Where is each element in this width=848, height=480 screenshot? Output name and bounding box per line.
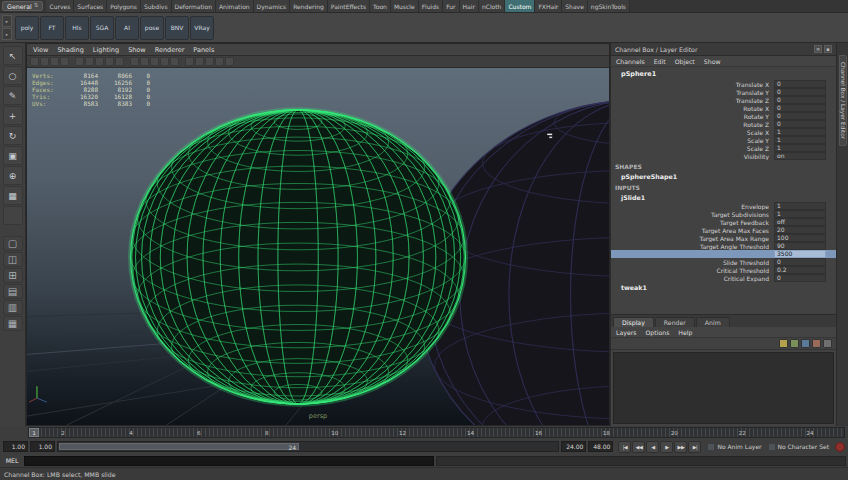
channel-label[interactable]: Rotate Y: [611, 113, 774, 120]
shelf-tab-curves[interactable]: Curves: [46, 0, 74, 12]
menu-set-selector[interactable]: General ⇅: [2, 1, 43, 11]
channel-value-field[interactable]: 0: [774, 104, 826, 112]
viewport-toolbar-icon[interactable]: [115, 57, 124, 66]
channel-label[interactable]: Scale X: [611, 129, 774, 136]
layer-editor-icon[interactable]: [823, 339, 832, 348]
edit-menu[interactable]: Edit: [654, 58, 666, 65]
anim-layer-selector[interactable]: No Anim Layer: [707, 443, 761, 451]
viewport-toolbar-icon[interactable]: [130, 57, 139, 66]
shelf-item-ft[interactable]: FT: [40, 16, 64, 40]
channel-label[interactable]: Rotate Z: [611, 121, 774, 128]
layer-editor-icon[interactable]: [801, 339, 810, 348]
viewport-toolbar-icon[interactable]: [95, 57, 104, 66]
channel-row[interactable]: Target Area Max Range100: [611, 234, 836, 242]
step-forward-button[interactable]: ▶▶: [674, 441, 687, 453]
object-menu[interactable]: Object: [675, 58, 695, 65]
channel-value-field[interactable]: 0: [774, 96, 826, 104]
viewport-toolbar-icon[interactable]: [85, 57, 94, 66]
last-tool-icon[interactable]: [3, 206, 23, 225]
shelf-tab-polygons[interactable]: Polygons: [107, 0, 141, 12]
channel-row[interactable]: Translate Y0: [611, 88, 836, 96]
channel-value-field[interactable]: 0: [774, 88, 826, 96]
channel-label[interactable]: Translate Y: [611, 89, 774, 96]
viewport-toolbar-icon[interactable]: [140, 57, 149, 66]
playback-start-field[interactable]: 1.00: [30, 441, 55, 452]
channel-row[interactable]: Visibilityon: [611, 152, 836, 160]
channel-label[interactable]: Target Subdivisions: [611, 211, 774, 218]
shelf-tab-animation[interactable]: Animation: [216, 0, 254, 12]
viewport-canvas[interactable]: Verts:816480660 Edges:16448162560 Faces:…: [27, 68, 609, 425]
tab-anim[interactable]: Anim: [696, 317, 730, 327]
tab-display[interactable]: Display: [613, 317, 654, 327]
viewport-menu-show[interactable]: Show: [128, 46, 146, 54]
channel-value-field[interactable]: 0: [774, 120, 826, 128]
channel-row[interactable]: Rotate X0: [611, 104, 836, 112]
input-node-name[interactable]: jSlide1: [611, 192, 836, 202]
object-name[interactable]: pSphere1: [611, 69, 836, 80]
channel-value-field[interactable]: 100: [774, 234, 826, 242]
shelf-item-bnv[interactable]: BNV: [165, 16, 189, 40]
shelf-tab-fxhair[interactable]: FXHair: [535, 0, 562, 12]
channel-value-field[interactable]: 90: [774, 242, 826, 250]
channel-label[interactable]: Visibility: [611, 153, 774, 160]
layer-list[interactable]: [613, 352, 834, 424]
channel-label[interactable]: Rotate X: [611, 105, 774, 112]
scale-tool-icon[interactable]: ▣: [3, 146, 23, 165]
go-to-start-button[interactable]: |◀: [618, 441, 631, 453]
channel-value-field[interactable]: 1: [774, 210, 826, 218]
shelf-tab-shave[interactable]: Shave: [562, 0, 588, 12]
viewport-menu-shading[interactable]: Shading: [57, 46, 83, 54]
character-set-selector[interactable]: No Character Set: [768, 443, 829, 451]
channel-label[interactable]: Scale Z: [611, 145, 774, 152]
layer-editor-icon[interactable]: [812, 339, 821, 348]
channel-value-field[interactable]: 1: [774, 144, 826, 152]
viewport-menu-renderer[interactable]: Renderer: [155, 46, 185, 54]
shelf-tab-subdivs[interactable]: Subdivs: [141, 0, 172, 12]
shelf-item-vray[interactable]: VRay: [190, 16, 214, 40]
viewport-toolbar-icon[interactable]: [215, 57, 224, 66]
shelf-menu-icon[interactable]: ▸: [2, 15, 12, 27]
channel-value-field[interactable]: 0: [774, 274, 826, 282]
shelf-item-poly[interactable]: poly: [15, 16, 39, 40]
animation-end-field[interactable]: 48.00: [588, 441, 613, 452]
viewport-toolbar-icon[interactable]: [150, 57, 159, 66]
channel-value-field[interactable]: off: [774, 218, 826, 226]
channel-row[interactable]: Target Subdivisions1: [611, 210, 836, 218]
channel-label[interactable]: Envelope: [611, 203, 774, 210]
channel-label[interactable]: Target Feedback: [611, 219, 774, 226]
channel-value-field[interactable]: 3500: [774, 250, 826, 258]
channel-value-field[interactable]: 1: [774, 136, 826, 144]
layout-split-button[interactable]: ▤: [3, 284, 23, 299]
step-back-button[interactable]: ◀◀: [632, 441, 645, 453]
options-menu[interactable]: Options: [645, 329, 669, 336]
shelf-tab-fur[interactable]: Fur: [443, 0, 459, 12]
shelf-item-pose[interactable]: pose: [140, 16, 164, 40]
select-tool-icon[interactable]: ↖: [3, 46, 23, 65]
channel-label[interactable]: Slide Threshold: [611, 259, 774, 266]
shape-node-name[interactable]: pSphereShape1: [611, 171, 836, 181]
channel-value-field[interactable]: 0.2: [774, 266, 826, 274]
auto-keyframe-toggle-icon[interactable]: [835, 442, 845, 452]
layout-hypergraph-button[interactable]: ▦: [3, 316, 23, 331]
play-backwards-button[interactable]: ◀: [646, 441, 659, 453]
move-tool-icon[interactable]: +: [3, 106, 23, 125]
playback-end-field[interactable]: 24.00: [561, 441, 586, 452]
channel-row[interactable]: Translate X0: [611, 80, 836, 88]
time-slider[interactable]: 1 2 4 6 8 10 12 14 16 18 20 22 24: [28, 427, 845, 438]
layout-outliner-button[interactable]: ▥: [3, 300, 23, 315]
channel-row[interactable]: Scale Y1: [611, 136, 836, 144]
layout-single-pane-button[interactable]: ▢: [3, 236, 23, 251]
channel-row[interactable]: Translate Z0: [611, 96, 836, 104]
channel-label[interactable]: Scale Y: [611, 137, 774, 144]
channel-row[interactable]: Scale Z1: [611, 144, 836, 152]
viewport-toolbar-icon[interactable]: [40, 57, 49, 66]
shelf-tab-painteffects[interactable]: PaintEffects: [328, 0, 370, 12]
viewport-toolbar-icon[interactable]: [195, 57, 204, 66]
channel-label[interactable]: Target Angle Threshold: [611, 243, 774, 250]
channel-value-field[interactable]: 1: [774, 128, 826, 136]
go-to-end-button[interactable]: ▶|: [688, 441, 701, 453]
channels-menu[interactable]: Channels: [616, 58, 645, 65]
tab-render[interactable]: Render: [655, 317, 695, 327]
rotate-tool-icon[interactable]: ↻: [3, 126, 23, 145]
shelf-tab-toon[interactable]: Toon: [370, 0, 391, 12]
